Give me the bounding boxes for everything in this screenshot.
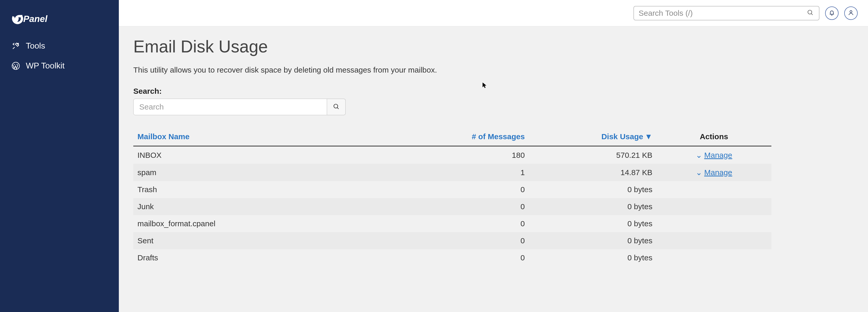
disk-usage-cell: 0 bytes xyxy=(529,215,656,232)
topbar xyxy=(119,0,868,26)
chevron-down-icon: ⌄ xyxy=(696,168,702,177)
column-header-label: Disk Usage xyxy=(601,132,643,141)
page-description: This utility allows you to recover disk … xyxy=(133,66,854,74)
disk-usage-cell: 0 bytes xyxy=(529,249,656,266)
svg-text:Panel: Panel xyxy=(23,14,48,24)
tools-icon xyxy=(11,41,20,50)
mailbox-search-button[interactable] xyxy=(327,99,346,115)
svg-point-2 xyxy=(17,43,18,44)
svg-point-5 xyxy=(850,10,852,13)
column-header-messages[interactable]: # of Messages xyxy=(414,128,529,146)
mailbox-name-cell: mailbox_format.cpanel xyxy=(133,215,414,232)
message-count-cell: 1 xyxy=(414,164,529,181)
table-row: INBOX180570.21 KB⌄Manage xyxy=(133,146,771,164)
search-tools-wrap xyxy=(633,6,819,21)
message-count-cell: 0 xyxy=(414,249,529,266)
mailbox-name-cell: Drafts xyxy=(133,249,414,266)
bell-icon xyxy=(829,9,835,17)
disk-usage-cell: 14.87 KB xyxy=(529,164,656,181)
wordpress-icon xyxy=(11,61,20,70)
column-header-label: Mailbox Name xyxy=(137,132,190,141)
disk-usage-cell: 0 bytes xyxy=(529,198,656,215)
message-count-cell: 0 xyxy=(414,215,529,232)
actions-cell xyxy=(656,181,771,198)
message-count-cell: 0 xyxy=(414,232,529,249)
actions-cell: ⌄Manage xyxy=(656,146,771,164)
account-button[interactable] xyxy=(844,6,858,20)
search-tools-input[interactable] xyxy=(639,9,805,18)
page-title: Email Disk Usage xyxy=(133,37,854,56)
search-icon xyxy=(807,13,814,17)
brand-logo[interactable]: Panel xyxy=(0,7,119,36)
disk-usage-cell: 0 bytes xyxy=(529,181,656,198)
mailbox-name-cell: Junk xyxy=(133,198,414,215)
notifications-button[interactable] xyxy=(825,6,839,20)
mailbox-name-cell: Sent xyxy=(133,232,414,249)
table-row: spam114.87 KB⌄Manage xyxy=(133,164,771,181)
table-row: mailbox_format.cpanel00 bytes xyxy=(133,215,771,232)
table-row: Trash00 bytes xyxy=(133,181,771,198)
message-count-cell: 0 xyxy=(414,181,529,198)
sidebar-item-wp-toolkit[interactable]: WP Toolkit xyxy=(0,56,119,76)
mailbox-name-cell: Trash xyxy=(133,181,414,198)
sidebar-item-label: Tools xyxy=(26,41,45,51)
search-tools-button[interactable] xyxy=(805,8,815,18)
search-icon xyxy=(333,103,340,111)
column-header-name[interactable]: Mailbox Name xyxy=(133,128,414,146)
manage-link[interactable]: Manage xyxy=(704,151,732,159)
column-header-actions: Actions xyxy=(656,128,771,146)
actions-cell: ⌄Manage xyxy=(656,164,771,181)
svg-point-6 xyxy=(334,104,338,108)
svg-point-4 xyxy=(808,10,812,14)
actions-cell xyxy=(656,249,771,266)
mailbox-name-cell: INBOX xyxy=(133,146,414,164)
column-header-usage[interactable]: Disk Usage▼ xyxy=(529,128,656,146)
mailbox-search-input[interactable] xyxy=(133,99,327,115)
actions-cell xyxy=(656,198,771,215)
search-row xyxy=(133,99,854,115)
chevron-down-icon: ⌄ xyxy=(696,151,702,159)
table-row: Sent00 bytes xyxy=(133,232,771,249)
sidebar-item-label: WP Toolkit xyxy=(26,61,65,70)
disk-usage-cell: 570.21 KB xyxy=(529,146,656,164)
main-area: Email Disk Usage This utility allows you… xyxy=(119,0,868,312)
user-icon xyxy=(848,9,854,17)
mailbox-table: Mailbox Name # of Messages Disk Usage▼ A… xyxy=(133,128,771,266)
column-header-label: Actions xyxy=(700,132,728,141)
mailbox-name-cell: spam xyxy=(133,164,414,181)
content: Email Disk Usage This utility allows you… xyxy=(119,26,868,277)
search-label: Search: xyxy=(133,87,854,96)
message-count-cell: 0 xyxy=(414,198,529,215)
table-row: Drafts00 bytes xyxy=(133,249,771,266)
actions-cell xyxy=(656,215,771,232)
sidebar: Panel Tools WP Toolkit xyxy=(0,0,119,312)
sort-desc-icon: ▼ xyxy=(645,132,653,141)
message-count-cell: 180 xyxy=(414,146,529,164)
column-header-label: # of Messages xyxy=(472,132,525,141)
sidebar-item-tools[interactable]: Tools xyxy=(0,36,119,56)
disk-usage-cell: 0 bytes xyxy=(529,232,656,249)
table-row: Junk00 bytes xyxy=(133,198,771,215)
manage-link[interactable]: Manage xyxy=(704,168,732,177)
actions-cell xyxy=(656,232,771,249)
